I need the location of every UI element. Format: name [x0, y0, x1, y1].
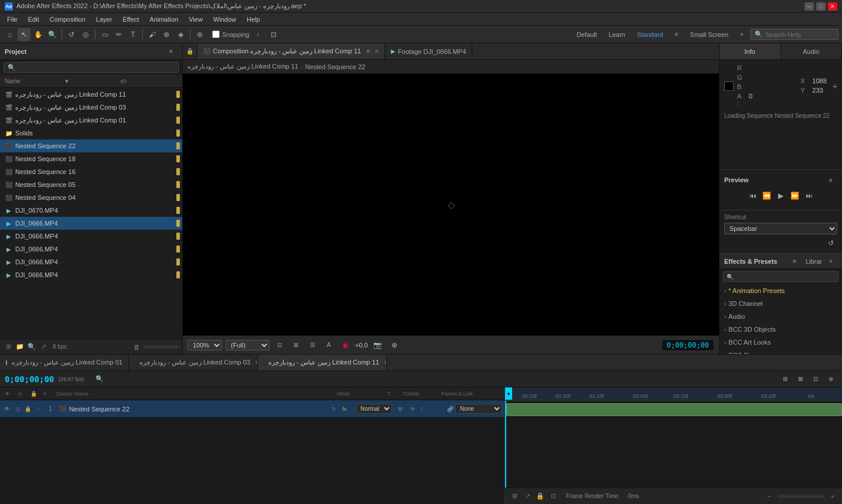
effects-item-animation-presets[interactable]: › * Animation Presets — [720, 284, 842, 297]
snapping-checkbox[interactable] — [212, 30, 220, 38]
brush-tool[interactable]: 🖌 — [146, 28, 159, 41]
menu-help[interactable]: Help — [242, 15, 265, 24]
project-item-dji0666-5[interactable]: ▶ DJI_0666.MP4 — [0, 268, 182, 281]
project-item-seq05[interactable]: ⬛ Nested Sequence 05 — [0, 178, 182, 191]
track-solo-btn[interactable]: ◎ — [14, 405, 22, 413]
timeline-tool-3[interactable]: ⊡ — [809, 373, 822, 386]
close-button[interactable]: ✕ — [828, 2, 837, 11]
effects-item-3dchannel[interactable]: › 3D Channel — [720, 297, 842, 310]
track-switches-btn[interactable]: ⊠ — [396, 405, 404, 413]
info-tab-info[interactable]: Info — [720, 43, 781, 59]
timeline-tab-comp03[interactable]: زمین عباس - رودبارچره Linked Comp 03 ✕ — [129, 355, 258, 370]
track-eye-btn[interactable]: 👁 — [2, 404, 12, 414]
workspace-menu-btn[interactable]: ≡ — [670, 28, 683, 41]
plus-btn[interactable]: + — [833, 81, 837, 91]
hand-tool[interactable]: ✋ — [32, 28, 45, 41]
puppet-tool[interactable]: ⊛ — [193, 28, 206, 41]
step-forward-btn[interactable]: ⏩ — [789, 190, 801, 202]
project-menu-btn[interactable]: ≡ — [165, 45, 178, 58]
project-item-dji0666-2[interactable]: ▶ DJI_0666.MP4 — [0, 230, 182, 243]
comp-tab-menu[interactable]: ≡ — [375, 48, 379, 55]
timeline-zoom-slider[interactable] — [778, 495, 824, 498]
eraser-tool[interactable]: ◈ — [174, 28, 187, 41]
grid-btn[interactable]: ⊞ — [289, 339, 302, 352]
project-item-seq16[interactable]: ⬛ Nested Sequence 16 — [0, 165, 182, 178]
project-item-comp01[interactable]: 🎬 زمین عباس - رودبارچره Linked Comp 01 — [0, 114, 182, 127]
menu-view[interactable]: View — [184, 15, 207, 24]
home-tool[interactable]: ⌂ — [4, 28, 16, 41]
timeline-footer-icon-3[interactable]: 🔒 — [536, 492, 545, 501]
track-fx-btn[interactable]: fx — [340, 405, 349, 413]
info-tab-audio[interactable]: Audio — [781, 43, 843, 59]
menu-file[interactable]: File — [2, 15, 22, 24]
orbit-tool[interactable]: ◎ — [79, 28, 92, 41]
maximize-button[interactable]: □ — [816, 2, 826, 11]
timeline-tool-4[interactable]: ⊛ — [824, 373, 837, 386]
step-back-btn[interactable]: ⏪ — [761, 190, 773, 202]
project-item-dji0666-1[interactable]: ▶ DJI_0666.MP4 — [0, 217, 182, 230]
new-folder-icon[interactable]: 📁 — [15, 342, 25, 352]
play-btn[interactable]: ▶ — [775, 190, 787, 202]
breadcrumb-comp[interactable]: زمین عباس - رودبارچره Linked Comp 11 — [188, 63, 298, 70]
rect-mask-tool[interactable]: ▭ — [98, 28, 111, 41]
clone-tool[interactable]: ⊕ — [160, 28, 173, 41]
track-mode-select[interactable]: Normal Add Multiply — [356, 404, 392, 414]
menu-composition[interactable]: Composition — [45, 15, 90, 24]
timeline-tool-1[interactable]: ⊞ — [779, 373, 792, 386]
clip-bar-1[interactable] — [506, 403, 842, 416]
viewer-tab-footage[interactable]: ▶ Footage DJI_0666.MP4 — [385, 43, 472, 59]
project-sort-icon[interactable]: ▼ — [64, 78, 121, 84]
track-parent-select[interactable]: None — [455, 404, 502, 414]
menu-animation[interactable]: Animation — [145, 15, 183, 24]
effects-item-bccblur[interactable]: › BCC Blur — [720, 349, 842, 354]
track-lock-btn[interactable]: 🔒 — [23, 405, 32, 413]
viewer-tab-comp11[interactable]: ⬛ Composition زمین عباس - رودبارچره Link… — [197, 43, 385, 59]
project-item-solids[interactable]: 📁 Solids — [0, 127, 182, 139]
workspace-learn[interactable]: Learn — [604, 30, 630, 39]
comp-tab-close[interactable]: ✕ — [366, 48, 370, 55]
rotate-tool[interactable]: ↺ — [65, 28, 78, 41]
timeline-footer-icon-4[interactable]: ⊡ — [548, 492, 558, 501]
timeline-zoom-out[interactable]: − — [765, 492, 774, 501]
quality-select[interactable]: (Full) (Half) (Quarter) — [226, 340, 270, 350]
viewer-options-btn[interactable]: ⊕ — [388, 339, 401, 352]
track-trkmat-arrow[interactable]: / — [418, 405, 426, 413]
project-search-input[interactable] — [4, 62, 179, 73]
color-wheel-btn[interactable]: ◉ — [339, 339, 352, 352]
timeline-zoom-in[interactable]: + — [828, 492, 837, 501]
effects-item-audio[interactable]: › Audio — [720, 310, 842, 323]
timeline-footer-icon-1[interactable]: ⊞ — [510, 492, 519, 501]
track-expand-btn[interactable]: › — [34, 405, 42, 413]
snap-options[interactable]: ↕ — [252, 28, 265, 41]
selection-tool[interactable]: ↖ — [18, 28, 30, 41]
workspace-standard[interactable]: Standard — [632, 30, 668, 39]
menu-window[interactable]: Window — [209, 15, 241, 24]
project-item-dji0666-4[interactable]: ▶ DJI_0666.MP4 — [0, 256, 182, 268]
effects-overflow-btn[interactable]: » — [824, 255, 837, 268]
workspace-default[interactable]: Default — [572, 30, 602, 39]
timeline-footer-icon-2[interactable]: ↗ — [523, 492, 532, 501]
timeline-tab-comp01[interactable]: زمین عباس - رودبارچره Linked Comp 01 — [0, 355, 129, 370]
project-item-seq22[interactable]: ⬛ Nested Sequence 22 — [0, 139, 182, 152]
preview-menu-btn[interactable]: ≡ — [824, 173, 837, 186]
effects-item-bcc3d[interactable]: › BCC 3D Objects — [720, 323, 842, 336]
channels-btn[interactable]: ☰ — [306, 339, 319, 352]
new-comp-icon[interactable]: ⊞ — [4, 342, 13, 352]
breadcrumb-seq[interactable]: Nested Sequence 22 — [305, 63, 366, 70]
effects-search-input[interactable] — [723, 271, 838, 282]
fit-btn[interactable]: ⊡ — [273, 339, 286, 352]
title-bar-controls[interactable]: ─ □ ✕ — [804, 2, 837, 11]
zoom-select[interactable]: 100% 50% 200% — [188, 340, 222, 350]
workspace-overflow[interactable]: » — [735, 28, 748, 41]
project-item-seq04[interactable]: ⬛ Nested Sequence 04 — [0, 191, 182, 204]
shortcut-select[interactable]: Spacebar Numpad 0 — [724, 223, 837, 234]
workspace-small-screen[interactable]: Small Screen — [686, 30, 733, 39]
camera-btn[interactable]: 📷 — [371, 339, 384, 352]
shortcut-refresh-btn[interactable]: ↺ — [824, 237, 837, 250]
pen-tool[interactable]: ✏ — [113, 28, 125, 41]
menu-edit[interactable]: Edit — [23, 15, 44, 24]
project-item-dji0670[interactable]: ▶ DJI_0670.MP4 — [0, 204, 182, 217]
zoom-tool[interactable]: 🔍 — [46, 28, 59, 41]
timeline-tool-2[interactable]: ⊠ — [794, 373, 807, 386]
alpha-btn[interactable]: A — [322, 339, 335, 352]
